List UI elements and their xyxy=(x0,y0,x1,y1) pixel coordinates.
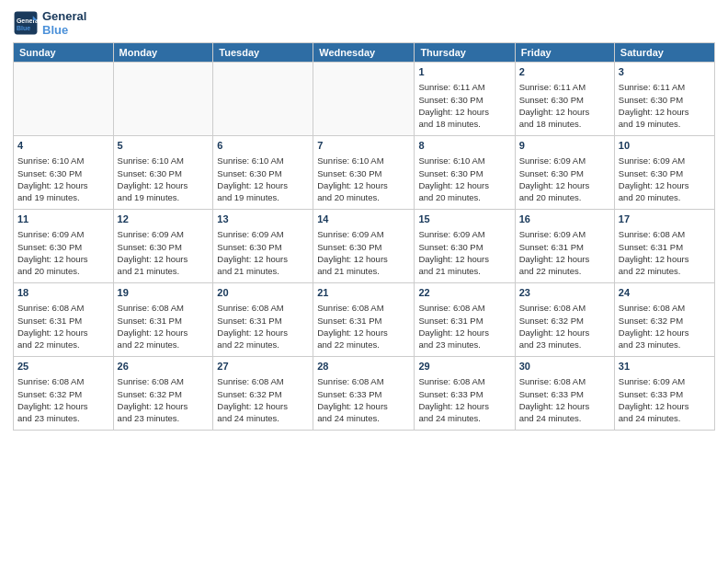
calendar-week-row: 11Sunrise: 6:09 AMSunset: 6:30 PMDayligh… xyxy=(14,210,715,283)
day-number: 25 xyxy=(17,360,109,373)
header: General Blue General Blue xyxy=(13,9,715,37)
day-number: 29 xyxy=(418,360,510,373)
day-info: and 22 minutes. xyxy=(317,339,410,350)
day-header-tuesday: Tuesday xyxy=(213,43,313,63)
calendar-week-row: 4Sunrise: 6:10 AMSunset: 6:30 PMDaylight… xyxy=(14,136,715,210)
day-number: 11 xyxy=(17,213,109,226)
day-info: Daylight: 12 hours xyxy=(317,400,410,412)
day-info: Daylight: 12 hours xyxy=(217,400,309,412)
day-info: Sunrise: 6:08 AM xyxy=(418,302,510,314)
day-number: 31 xyxy=(619,360,711,373)
day-info: Sunset: 6:32 PM xyxy=(519,315,610,327)
day-info: Sunrise: 6:08 AM xyxy=(418,375,510,387)
day-info: and 24 minutes. xyxy=(519,412,610,424)
day-info: Daylight: 12 hours xyxy=(118,327,210,339)
day-info: Sunset: 6:30 PM xyxy=(418,167,510,179)
calendar-cell: 27Sunrise: 6:08 AMSunset: 6:32 PMDayligh… xyxy=(213,357,313,431)
day-number: 9 xyxy=(519,139,610,153)
day-info: and 19 minutes. xyxy=(217,191,309,203)
day-number: 16 xyxy=(519,213,610,226)
day-info: Sunrise: 6:09 AM xyxy=(519,228,610,240)
day-info: Daylight: 12 hours xyxy=(418,400,510,412)
day-info: and 21 minutes. xyxy=(118,265,210,277)
calendar-header-row: SundayMondayTuesdayWednesdayThursdayFrid… xyxy=(14,43,715,63)
day-info: Sunset: 6:30 PM xyxy=(519,94,610,106)
day-info: Sunrise: 6:09 AM xyxy=(619,375,711,387)
day-info: and 20 minutes. xyxy=(418,191,510,203)
day-info: Sunset: 6:30 PM xyxy=(217,167,309,179)
day-info: Daylight: 12 hours xyxy=(217,253,309,265)
day-info: Daylight: 12 hours xyxy=(317,179,410,191)
day-info: Sunrise: 6:08 AM xyxy=(217,375,309,387)
day-info: Sunset: 6:33 PM xyxy=(418,388,510,400)
calendar-cell: 28Sunrise: 6:08 AMSunset: 6:33 PMDayligh… xyxy=(313,357,415,431)
day-header-thursday: Thursday xyxy=(415,43,515,63)
day-info: and 21 minutes. xyxy=(217,265,309,277)
day-number: 22 xyxy=(418,286,510,300)
day-info: and 20 minutes. xyxy=(17,265,109,277)
calendar-cell: 9Sunrise: 6:09 AMSunset: 6:30 PMDaylight… xyxy=(515,136,614,210)
day-info: Daylight: 12 hours xyxy=(17,327,109,339)
calendar-week-row: 18Sunrise: 6:08 AMSunset: 6:31 PMDayligh… xyxy=(14,283,715,357)
day-header-monday: Monday xyxy=(113,43,213,63)
calendar-cell: 12Sunrise: 6:09 AMSunset: 6:30 PMDayligh… xyxy=(113,210,213,283)
day-info: Daylight: 12 hours xyxy=(619,327,711,339)
day-info: Sunset: 6:30 PM xyxy=(317,241,410,253)
calendar-cell xyxy=(113,63,213,136)
day-info: Sunrise: 6:08 AM xyxy=(619,302,711,314)
day-info: Sunset: 6:30 PM xyxy=(317,167,410,179)
day-info: Daylight: 12 hours xyxy=(519,253,610,265)
day-info: Sunrise: 6:11 AM xyxy=(418,81,510,93)
day-info: Daylight: 12 hours xyxy=(619,179,711,191)
day-info: and 22 minutes. xyxy=(17,339,109,350)
day-number: 17 xyxy=(619,213,711,226)
day-info: Sunrise: 6:09 AM xyxy=(418,228,510,240)
calendar-cell: 6Sunrise: 6:10 AMSunset: 6:30 PMDaylight… xyxy=(213,136,313,210)
day-info: Sunrise: 6:09 AM xyxy=(217,228,309,240)
day-number: 15 xyxy=(418,213,510,226)
day-info: Daylight: 12 hours xyxy=(418,253,510,265)
day-info: Sunset: 6:31 PM xyxy=(619,241,711,253)
day-info: and 19 minutes. xyxy=(619,118,711,130)
day-info: and 20 minutes. xyxy=(317,191,410,203)
day-info: Sunrise: 6:10 AM xyxy=(217,155,309,167)
day-info: Sunrise: 6:08 AM xyxy=(619,228,711,240)
calendar-cell: 19Sunrise: 6:08 AMSunset: 6:31 PMDayligh… xyxy=(113,283,213,357)
calendar-cell: 15Sunrise: 6:09 AMSunset: 6:30 PMDayligh… xyxy=(415,210,515,283)
day-info: Daylight: 12 hours xyxy=(418,179,510,191)
day-info: Daylight: 12 hours xyxy=(118,400,210,412)
day-info: Sunset: 6:30 PM xyxy=(118,241,210,253)
calendar-cell xyxy=(14,63,114,136)
calendar-cell: 1Sunrise: 6:11 AMSunset: 6:30 PMDaylight… xyxy=(415,63,515,136)
day-number: 4 xyxy=(17,139,109,153)
day-info: Sunset: 6:30 PM xyxy=(17,167,109,179)
day-number: 26 xyxy=(118,360,210,373)
day-info: Sunset: 6:30 PM xyxy=(418,241,510,253)
day-info: Sunset: 6:30 PM xyxy=(118,167,210,179)
day-info: Sunset: 6:30 PM xyxy=(619,94,711,106)
calendar-cell: 13Sunrise: 6:09 AMSunset: 6:30 PMDayligh… xyxy=(213,210,313,283)
day-info: and 24 minutes. xyxy=(619,412,711,424)
day-number: 20 xyxy=(217,286,309,300)
day-info: Daylight: 12 hours xyxy=(317,327,410,339)
calendar-cell: 22Sunrise: 6:08 AMSunset: 6:31 PMDayligh… xyxy=(415,283,515,357)
day-info: Sunset: 6:32 PM xyxy=(118,388,210,400)
day-number: 5 xyxy=(118,139,210,153)
day-info: Sunrise: 6:11 AM xyxy=(619,81,711,93)
day-number: 2 xyxy=(519,65,610,79)
day-info: Daylight: 12 hours xyxy=(17,400,109,412)
day-info: and 18 minutes. xyxy=(519,118,610,130)
day-info: Sunrise: 6:11 AM xyxy=(519,81,610,93)
day-info: Sunset: 6:31 PM xyxy=(519,241,610,253)
day-number: 7 xyxy=(317,139,410,153)
calendar-cell: 21Sunrise: 6:08 AMSunset: 6:31 PMDayligh… xyxy=(313,283,415,357)
day-info: Sunset: 6:31 PM xyxy=(17,315,109,327)
day-info: Sunrise: 6:09 AM xyxy=(317,228,410,240)
day-info: Sunset: 6:33 PM xyxy=(519,388,610,400)
day-number: 18 xyxy=(17,286,109,300)
day-info: and 24 minutes. xyxy=(317,412,410,424)
day-info: and 23 minutes. xyxy=(118,412,210,424)
calendar-cell: 24Sunrise: 6:08 AMSunset: 6:32 PMDayligh… xyxy=(614,283,714,357)
day-info: Sunrise: 6:09 AM xyxy=(619,155,711,167)
calendar-cell: 31Sunrise: 6:09 AMSunset: 6:33 PMDayligh… xyxy=(614,357,714,431)
